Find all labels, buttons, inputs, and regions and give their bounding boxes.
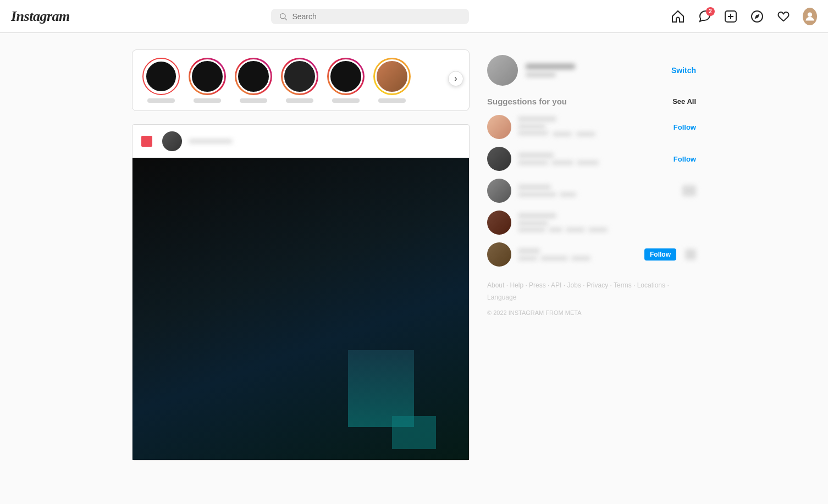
search-input[interactable] bbox=[292, 12, 461, 21]
main-container: › bbox=[0, 33, 828, 477]
post-username bbox=[189, 139, 233, 143]
story-avatar bbox=[283, 59, 317, 93]
sidebar-fullname bbox=[526, 73, 556, 77]
suggestion-sub2 bbox=[551, 160, 573, 165]
post-container bbox=[132, 124, 470, 461]
add-post-icon[interactable] bbox=[724, 9, 738, 24]
suggestion-username bbox=[518, 117, 556, 121]
footer-privacy-link[interactable]: Privacy bbox=[587, 281, 608, 289]
post-header bbox=[133, 125, 469, 158]
svg-point-7 bbox=[808, 12, 812, 16]
sidebar-user-section: Switch bbox=[487, 55, 696, 86]
suggestion-info bbox=[518, 153, 667, 165]
footer-help-link[interactable]: Help bbox=[510, 281, 523, 289]
post-image-teal-tall bbox=[348, 350, 414, 427]
post-user-info bbox=[189, 139, 233, 143]
story-item[interactable] bbox=[373, 58, 411, 103]
suggestion-sub1 bbox=[518, 256, 537, 261]
story-label bbox=[240, 98, 267, 103]
suggestion-item: Follow bbox=[487, 242, 696, 267]
messenger-badge: 2 bbox=[706, 7, 715, 16]
post-image-teal-short bbox=[392, 416, 436, 449]
stories-next-button[interactable]: › bbox=[448, 71, 463, 86]
suggestion-sub1 bbox=[518, 131, 548, 135]
story-label bbox=[286, 98, 313, 103]
story-label bbox=[194, 98, 221, 103]
suggestion-sub2 bbox=[560, 192, 576, 197]
footer-api-link[interactable]: API bbox=[551, 281, 561, 289]
story-item[interactable] bbox=[281, 58, 318, 103]
user-avatar bbox=[803, 8, 817, 25]
activity-icon[interactable] bbox=[776, 9, 791, 24]
home-icon[interactable] bbox=[671, 9, 685, 24]
story-avatar bbox=[190, 59, 224, 93]
footer-press-link[interactable]: Press bbox=[529, 281, 546, 289]
story-item[interactable] bbox=[189, 58, 226, 103]
story-ring bbox=[189, 58, 226, 95]
search-bar[interactable] bbox=[271, 9, 469, 24]
suggestion-sub3 bbox=[571, 256, 590, 261]
story-ring-selected bbox=[142, 58, 180, 95]
story-avatar bbox=[236, 59, 271, 93]
suggestion-sub1 bbox=[518, 228, 545, 232]
story-label bbox=[378, 98, 406, 103]
post-image bbox=[133, 158, 469, 460]
post-red-indicator bbox=[141, 136, 152, 147]
story-avatar bbox=[375, 59, 409, 93]
footer-locations-link[interactable]: Locations bbox=[637, 281, 665, 289]
suggestion-info bbox=[518, 185, 676, 197]
suggestions-header: Suggestions for you See All bbox=[487, 97, 696, 106]
follow-button[interactable]: Follow bbox=[674, 123, 696, 131]
suggestion-item: Follow bbox=[487, 115, 696, 139]
suggestion-sub2 bbox=[540, 256, 568, 261]
footer-language-link[interactable]: Language bbox=[487, 293, 516, 301]
follow-button-blue[interactable]: Follow bbox=[644, 248, 676, 261]
suggestion-close[interactable] bbox=[685, 249, 696, 260]
suggestion-meta bbox=[518, 124, 545, 129]
story-ring-viewed bbox=[373, 58, 411, 95]
story-avatar bbox=[329, 59, 363, 93]
suggestion-sub3 bbox=[576, 132, 595, 136]
suggestion-avatar[interactable] bbox=[487, 179, 511, 203]
sidebar-column: Switch Suggestions for you See All Follo… bbox=[487, 49, 696, 461]
story-label bbox=[147, 98, 175, 103]
story-item[interactable] bbox=[142, 58, 180, 103]
suggestion-sub4 bbox=[588, 228, 608, 232]
follow-button[interactable]: Follow bbox=[674, 155, 696, 163]
suggestion-avatar[interactable] bbox=[487, 242, 511, 267]
svg-line-1 bbox=[285, 18, 287, 20]
suggestion-avatar[interactable] bbox=[487, 211, 511, 235]
suggestion-username bbox=[518, 248, 540, 253]
header: Instagram 2 bbox=[0, 0, 828, 33]
suggestions-title: Suggestions for you bbox=[487, 97, 567, 106]
profile-avatar[interactable] bbox=[803, 9, 817, 24]
search-icon bbox=[279, 12, 288, 21]
sidebar-user-avatar[interactable] bbox=[487, 55, 518, 86]
post-user-avatar[interactable] bbox=[162, 131, 182, 151]
footer-jobs-link[interactable]: Jobs bbox=[567, 281, 581, 289]
story-item[interactable] bbox=[235, 58, 272, 103]
footer-about-link[interactable]: About bbox=[487, 281, 504, 289]
sidebar-user-text bbox=[526, 64, 575, 77]
svg-marker-6 bbox=[754, 14, 759, 19]
see-all-button[interactable]: See All bbox=[672, 97, 696, 106]
suggestion-item: Follow bbox=[487, 147, 696, 171]
suggestion-item bbox=[487, 179, 696, 203]
svg-point-0 bbox=[280, 13, 285, 18]
suggestion-username bbox=[518, 185, 551, 190]
suggestion-username bbox=[518, 153, 554, 158]
footer-terms-link[interactable]: Terms bbox=[614, 281, 632, 289]
sidebar-user-left bbox=[487, 55, 575, 86]
explore-icon[interactable] bbox=[750, 9, 764, 24]
suggestion-sub1 bbox=[518, 192, 556, 197]
story-item[interactable] bbox=[327, 58, 365, 103]
messenger-icon[interactable]: 2 bbox=[697, 9, 711, 24]
story-avatar bbox=[145, 60, 178, 93]
switch-button[interactable]: Switch bbox=[671, 66, 696, 75]
suggestion-info bbox=[518, 248, 638, 261]
suggestion-sub2 bbox=[553, 132, 572, 136]
suggestion-avatar[interactable] bbox=[487, 115, 511, 139]
suggestion-extra bbox=[682, 185, 696, 196]
instagram-logo: Instagram bbox=[11, 8, 70, 25]
suggestion-avatar[interactable] bbox=[487, 147, 511, 171]
